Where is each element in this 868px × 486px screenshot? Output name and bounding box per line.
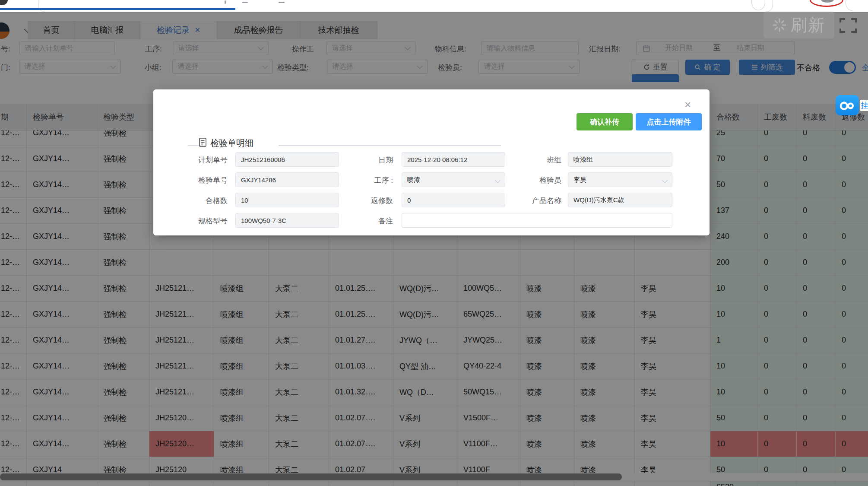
cloud-save-button[interactable] bbox=[836, 95, 859, 115]
plan-no-label: 计划单号 bbox=[167, 155, 228, 165]
title-divider-right bbox=[279, 145, 501, 146]
team-value[interactable] bbox=[568, 152, 672, 166]
address-bar[interactable] bbox=[38, 0, 773, 12]
product-field bbox=[568, 193, 672, 207]
remark-label: 备注 bbox=[333, 216, 393, 226]
date-label: 日期 bbox=[333, 155, 393, 165]
inspect-no-field bbox=[235, 172, 339, 187]
address-glyph bbox=[279, 2, 285, 3]
team-label: 班组 bbox=[501, 155, 561, 165]
date-value[interactable] bbox=[402, 152, 505, 166]
remark-value[interactable] bbox=[402, 213, 672, 227]
refresh-loading-indicator[interactable]: 刷新 bbox=[763, 12, 834, 38]
date-field bbox=[402, 152, 505, 167]
document-icon bbox=[199, 138, 206, 149]
repair-label: 返修数 bbox=[333, 196, 393, 206]
spec-label: 规格型号 bbox=[167, 216, 228, 226]
qualified-value[interactable] bbox=[236, 193, 339, 207]
spec-field bbox=[235, 213, 339, 228]
inspect-no-label: 检验单号 bbox=[167, 175, 228, 185]
qualified-field bbox=[235, 193, 339, 207]
modal-title: 检验单明细 bbox=[210, 137, 253, 149]
team-field bbox=[568, 152, 672, 167]
repair-value[interactable] bbox=[402, 193, 505, 207]
plan-no-field bbox=[235, 152, 339, 167]
confirm-upload-button[interactable]: 确认补传 bbox=[577, 113, 633, 130]
process-value[interactable] bbox=[402, 173, 505, 187]
page-load-progress bbox=[0, 8, 235, 10]
qualified-label: 合格数 bbox=[167, 196, 228, 206]
close-icon[interactable]: × bbox=[684, 99, 691, 110]
spec-value[interactable] bbox=[236, 213, 339, 227]
fullscreen-icon[interactable] bbox=[839, 17, 857, 35]
refresh-label: 刷新 bbox=[791, 14, 825, 36]
repair-field bbox=[402, 193, 505, 207]
process-select-field[interactable] bbox=[402, 172, 505, 187]
modal-backdrop[interactable] bbox=[0, 12, 868, 486]
spinner-icon bbox=[773, 18, 786, 32]
process-label: 工序 : bbox=[333, 175, 393, 185]
cloud-icon bbox=[839, 100, 856, 111]
upload-attachment-button[interactable]: 点击上传附件 bbox=[636, 113, 702, 130]
address-glyph bbox=[242, 2, 248, 3]
browser-chrome bbox=[0, 0, 868, 13]
remark-field bbox=[402, 213, 672, 228]
browser-control-pill[interactable] bbox=[846, 0, 868, 11]
inspector-value[interactable] bbox=[568, 173, 672, 187]
inspection-detail-modal: × 确认补传 点击上传附件 检验单明细 计划单号 日期 班组 检验单号 工序 :… bbox=[153, 89, 710, 235]
browser-menu-icon[interactable] bbox=[0, 0, 8, 5]
plan-no-value[interactable] bbox=[236, 152, 339, 166]
product-label: 产品名称 bbox=[501, 196, 561, 206]
inspector-select-field[interactable] bbox=[568, 172, 672, 187]
product-value[interactable] bbox=[568, 193, 672, 207]
screen: 首页 电脑汇报 检验记录✕ 成品检验报告 技术部抽检 号: 工序: 请选择 操作… bbox=[0, 0, 868, 486]
inspect-no-value[interactable] bbox=[236, 173, 339, 187]
address-caret bbox=[225, 0, 226, 4]
cloud-widget-text: 挂 bbox=[860, 100, 868, 111]
inspector-label: 检验员 bbox=[501, 175, 561, 185]
